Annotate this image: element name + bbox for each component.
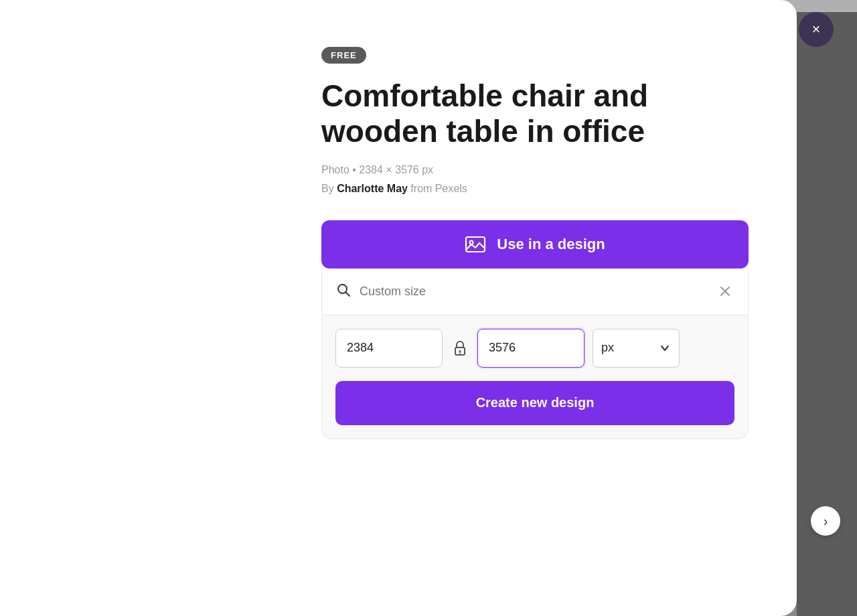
next-button[interactable]: › <box>811 506 840 536</box>
modal-panel: FREE Comfortable chair and wooden table … <box>0 0 797 616</box>
author-name: Charlotte May <box>337 183 408 194</box>
custom-size-search-input[interactable] <box>360 285 708 299</box>
use-in-design-label: Use in a design <box>497 236 605 253</box>
author-prefix: By <box>321 183 337 194</box>
clear-search-button[interactable] <box>716 282 734 301</box>
svg-line-3 <box>346 292 350 296</box>
author-middle: from <box>408 183 435 194</box>
svg-rect-0 <box>466 237 485 252</box>
unit-label: px <box>601 341 614 355</box>
image-icon <box>465 234 486 255</box>
unit-dropdown[interactable]: px <box>593 329 680 368</box>
search-row <box>322 268 748 315</box>
use-in-design-button[interactable]: Use in a design <box>321 220 749 268</box>
photo-author: By Charlotte May from Pexels <box>321 183 757 195</box>
photo-title: Comfortable chair and wooden table in of… <box>321 78 750 149</box>
custom-size-panel: px Create new design <box>321 268 749 439</box>
height-input[interactable] <box>477 329 585 368</box>
close-button[interactable]: × <box>799 12 834 47</box>
free-badge: FREE <box>321 47 366 64</box>
search-icon <box>335 282 352 301</box>
size-inputs-row: px <box>322 315 748 381</box>
create-new-design-button[interactable]: Create new design <box>335 381 734 425</box>
svg-point-1 <box>470 240 473 244</box>
lock-icon <box>451 339 469 358</box>
width-input[interactable] <box>335 329 443 368</box>
chevron-down-icon <box>659 342 671 354</box>
author-source: Pexels <box>435 183 467 194</box>
photo-meta: Photo • 2384 × 3576 px <box>321 164 757 176</box>
